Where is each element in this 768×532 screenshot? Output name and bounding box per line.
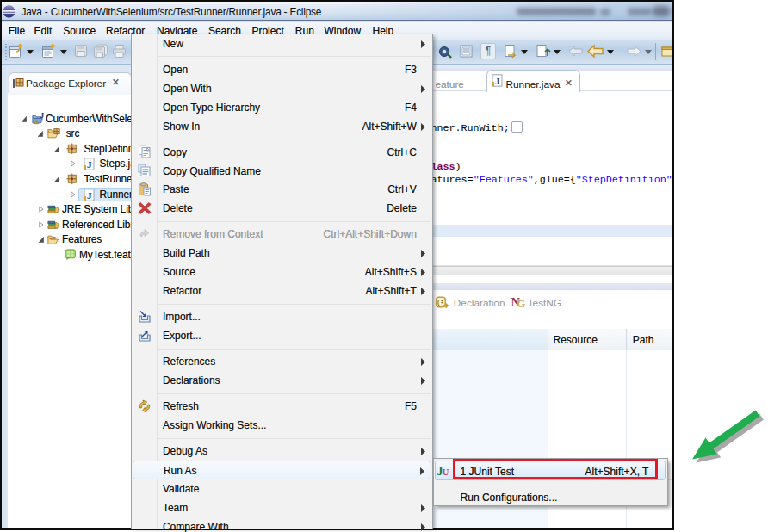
svg-text:J: J: [495, 76, 500, 86]
svg-text:G: G: [517, 297, 525, 310]
svg-text:J: J: [87, 189, 92, 200]
svg-text:J: J: [40, 113, 43, 120]
svg-text:!: !: [35, 120, 36, 124]
svg-text:J: J: [87, 159, 92, 170]
